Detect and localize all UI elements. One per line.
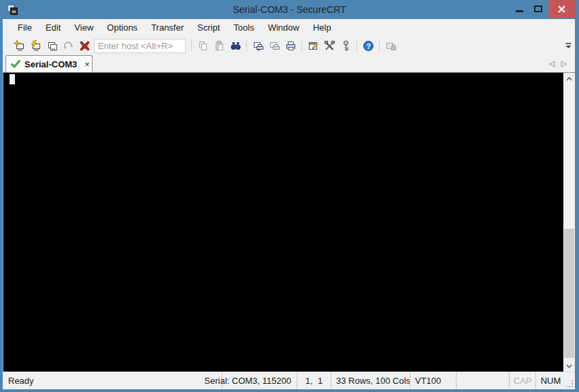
tab-label: Serial-COM3 [24,59,77,69]
window-content: File Edit View Options Transfer Script T… [3,19,575,389]
connect-button[interactable] [27,37,44,54]
status-cursor-position: 1, 1 [297,372,331,389]
paste-icon [214,40,225,52]
minimize-button[interactable] [510,0,528,18]
host-input[interactable] [94,39,186,53]
session-locked-icon [385,40,397,52]
connect-in-tab-icon [46,40,58,52]
global-options-button[interactable] [321,37,337,54]
session-options-button[interactable] [305,37,321,54]
scrollbar-thumb[interactable] [564,229,574,358]
maximize-icon [534,5,542,12]
scroll-up-button[interactable] [563,73,575,84]
print-echo-icon [252,40,264,52]
menu-options[interactable]: Options [100,19,144,37]
print-icon [285,40,297,52]
disconnect-button[interactable] [76,37,93,54]
toolbar-overflow-button[interactable] [563,39,574,52]
status-ready: Ready [3,372,222,389]
menu-script[interactable]: Script [191,19,227,37]
title-bar[interactable]: Serial-COM3 - SecureCRT [0,0,579,19]
find-icon [230,40,242,52]
connect-icon [30,40,42,52]
maximize-button[interactable] [529,0,547,18]
tab-close-icon[interactable]: × [84,60,90,69]
close-button[interactable] [548,0,575,18]
tab-scroll-left-icon[interactable]: ◁ [546,54,557,72]
status-num-lock: NUM [535,372,565,389]
disconnect-icon [79,40,90,52]
session-options-icon [308,40,319,52]
copy-button[interactable] [195,37,211,54]
resize-grip-icon [566,380,574,388]
menu-view[interactable]: View [67,19,100,37]
help-button[interactable]: ? [360,37,376,54]
status-caps-lock: CAP [509,372,535,389]
menu-transfer[interactable]: Transfer [144,19,191,37]
minimize-icon [516,10,523,12]
menu-window[interactable]: Window [261,19,306,37]
menu-edit[interactable]: Edit [39,19,67,37]
paste-button[interactable] [211,37,227,54]
status-bar: Ready Serial: COM3, 115200 1, 1 33 Rows,… [3,372,575,389]
print-button[interactable] [282,37,299,54]
scroll-down-button[interactable] [563,360,575,372]
connect-in-tab-button[interactable] [44,37,60,54]
quick-connect-button[interactable] [11,37,27,54]
toolbar-separator [301,39,302,52]
resize-grip[interactable] [565,372,575,389]
key-agent-button[interactable] [337,37,354,54]
vertical-scrollbar[interactable] [563,73,575,372]
terminal-screen[interactable] [3,73,563,372]
close-icon [557,5,566,14]
tab-bar: Serial-COM3 × ◁ ▷ [3,54,575,72]
svg-text:?: ? [366,42,371,50]
print-echo-button[interactable] [250,37,266,54]
print-setup-button[interactable] [266,37,282,54]
status-terminal-size: 33 Rows, 100 Cols [331,372,410,389]
toolbar-separator [191,39,192,52]
menu-bar: File Edit View Options Transfer Script T… [3,19,575,37]
toolbar-separator [379,39,380,52]
print-setup-icon [269,40,280,52]
reconnect-button[interactable] [60,37,76,54]
copy-icon [197,40,209,52]
toolbar-separator [357,39,357,52]
find-button[interactable] [227,37,244,54]
reconnect-icon [63,40,74,52]
help-icon: ? [363,40,374,52]
status-blank [456,372,509,389]
global-options-icon [324,40,335,52]
chevron-up-icon [566,77,572,81]
toolbar-separator [246,39,247,52]
connected-check-icon [11,60,20,68]
toolbar: ? [3,37,575,54]
terminal-cursor [10,74,15,84]
toolbar-overflow-icon [565,42,572,50]
status-connection: Serial: COM3, 115200 [222,372,297,389]
menu-help[interactable]: Help [306,19,338,37]
securecrt-window: Serial-COM3 - SecureCRT File Edit View O… [0,0,579,392]
terminal-area [3,72,575,372]
tab-serial-com3[interactable]: Serial-COM3 × [5,55,93,72]
chevron-down-icon [566,364,572,368]
quick-connect-icon [14,40,25,52]
status-emulation: VT100 [410,372,456,389]
session-locked-button[interactable] [382,37,399,54]
key-agent-icon [340,40,352,52]
menu-file[interactable]: File [11,19,39,37]
window-title: Serial-COM3 - SecureCRT [0,0,579,19]
tab-scroll-right-icon[interactable]: ▷ [559,54,569,72]
menu-tools[interactable]: Tools [227,19,261,37]
